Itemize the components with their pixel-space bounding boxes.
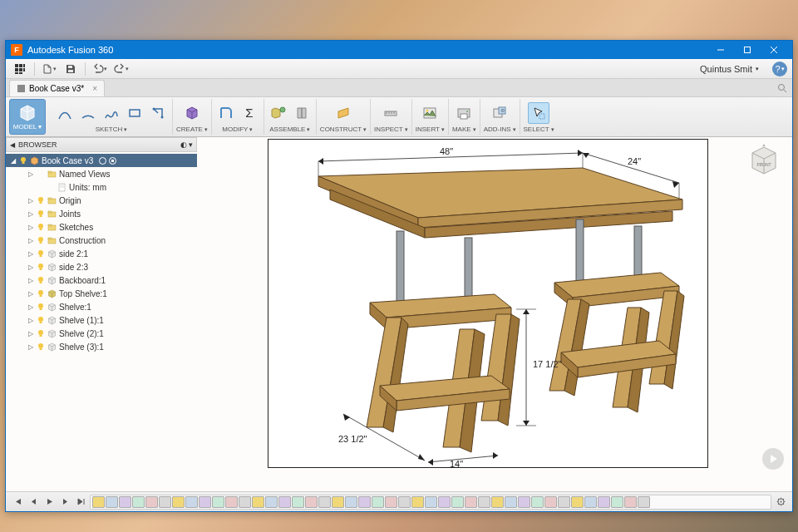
- ribbon-group-label[interactable]: MAKE▾: [452, 126, 476, 133]
- spline-button[interactable]: [101, 102, 122, 124]
- ribbon-group-label[interactable]: INSPECT▾: [374, 126, 408, 133]
- ribbon-group-label[interactable]: ASSEMBLE▾: [269, 126, 310, 133]
- twist-icon[interactable]: ▷: [27, 264, 34, 271]
- sigma-button[interactable]: Σ: [239, 102, 260, 124]
- tab-close-button[interactable]: ×: [92, 84, 97, 93]
- tree-item[interactable]: ▷Top Shelve:1: [6, 287, 197, 300]
- activate-radio[interactable]: [109, 157, 116, 165]
- bulb-icon[interactable]: [37, 303, 45, 311]
- timeline-feature[interactable]: [638, 496, 650, 508]
- tree-item[interactable]: ▷Backboard:1: [6, 273, 197, 287]
- timeline-end-button[interactable]: [74, 495, 87, 509]
- bulb-icon[interactable]: [37, 249, 45, 258]
- data-panel-button[interactable]: [11, 61, 29, 77]
- twist-icon[interactable]: ▷: [27, 224, 34, 231]
- twist-icon[interactable]: ▷: [27, 317, 34, 324]
- timeline-feature[interactable]: [212, 496, 224, 508]
- timeline-feature[interactable]: [239, 496, 251, 508]
- twist-icon[interactable]: ▷: [27, 250, 34, 258]
- timeline-feature[interactable]: [398, 496, 411, 508]
- timeline-feature[interactable]: [598, 496, 610, 508]
- line-button[interactable]: [54, 102, 76, 124]
- twist-icon[interactable]: ▷: [27, 210, 34, 218]
- timeline-feature[interactable]: [225, 496, 238, 508]
- timeline-feature[interactable]: [119, 496, 131, 508]
- asm2-button[interactable]: [291, 102, 313, 124]
- timeline-feature[interactable]: [438, 496, 451, 508]
- asm1-button[interactable]: [268, 102, 289, 124]
- timeline-feature[interactable]: [199, 496, 211, 508]
- ribbon-group-label[interactable]: INSERT▾: [416, 126, 445, 133]
- select-button[interactable]: [528, 102, 549, 124]
- timeline-feature[interactable]: [505, 496, 517, 508]
- timeline-feature[interactable]: [159, 496, 171, 508]
- timeline-feature[interactable]: [185, 496, 198, 508]
- extrude-button[interactable]: [181, 102, 203, 124]
- bulb-icon[interactable]: [37, 263, 45, 271]
- bulb-icon[interactable]: [37, 276, 45, 284]
- timeline-feature[interactable]: [531, 496, 544, 508]
- file-menu-button[interactable]: ▾: [40, 61, 58, 77]
- timeline-feature[interactable]: [92, 496, 105, 508]
- twist-icon[interactable]: ▷: [27, 330, 34, 337]
- timeline-feature[interactable]: [132, 496, 145, 508]
- timeline-feature[interactable]: [265, 496, 278, 508]
- timeline-settings-button[interactable]: [774, 495, 787, 509]
- image-button[interactable]: [419, 102, 441, 124]
- bulb-icon[interactable]: [37, 329, 45, 337]
- bulb-icon[interactable]: [37, 316, 45, 324]
- model-viewport[interactable]: 48" 24" 17 1/2" 23 1/2" 14": [268, 139, 708, 468]
- tree-item[interactable]: ▷Shelve:1: [6, 300, 197, 313]
- arc-button[interactable]: [77, 102, 99, 124]
- twist-icon[interactable]: ▷: [27, 343, 34, 351]
- timeline-next-button[interactable]: [58, 495, 71, 509]
- timeline-feature[interactable]: [491, 496, 504, 508]
- help-button[interactable]: ?▾: [772, 62, 787, 76]
- ribbon-group-label[interactable]: SELECT▾: [524, 126, 554, 133]
- tree-item[interactable]: ▷side 2:3: [6, 260, 197, 273]
- rect-button[interactable]: [124, 102, 145, 124]
- ribbon-group-label[interactable]: SKETCH▾: [96, 126, 127, 133]
- timeline-feature[interactable]: [332, 496, 344, 508]
- workspace-switcher[interactable]: MODEL ▾: [9, 99, 46, 135]
- tree-item[interactable]: ▷side 2:1: [6, 247, 197, 260]
- fillet-button[interactable]: [215, 102, 237, 124]
- circle-button[interactable]: [147, 102, 169, 124]
- timeline-start-button[interactable]: [11, 495, 24, 509]
- redo-button[interactable]: ▾: [112, 61, 131, 77]
- timeline-feature[interactable]: [571, 496, 584, 508]
- view-cube[interactable]: FRONT: [746, 142, 782, 179]
- timeline-feature[interactable]: [278, 496, 291, 508]
- tree-item[interactable]: ▷Shelve (1):1: [6, 313, 197, 327]
- browser-gear-icon[interactable]: ◐: [180, 140, 187, 149]
- twist-icon[interactable]: ▷: [27, 277, 34, 284]
- twist-icon[interactable]: ▷: [27, 170, 34, 178]
- twist-icon[interactable]: ▷: [27, 290, 34, 298]
- timeline-feature[interactable]: [544, 496, 557, 508]
- addins-button[interactable]: ⚙: [489, 102, 510, 124]
- timeline-feature[interactable]: [624, 496, 637, 508]
- tree-item[interactable]: ▷Sketches: [6, 220, 197, 234]
- bulb-icon[interactable]: [37, 289, 45, 298]
- tree-item[interactable]: ▷Joints: [6, 207, 197, 220]
- ribbon-group-label[interactable]: CREATE▾: [176, 126, 208, 133]
- activate-radio[interactable]: [99, 157, 106, 165]
- user-menu[interactable]: Quintus Smit▾: [695, 64, 764, 74]
- timeline-feature[interactable]: [425, 496, 437, 508]
- maximize-button[interactable]: [734, 41, 761, 59]
- tree-item[interactable]: ▷Origin: [6, 194, 197, 207]
- tree-item[interactable]: ▷Named Views: [6, 167, 197, 180]
- timeline-feature[interactable]: [318, 496, 331, 508]
- timeline-feature[interactable]: [558, 496, 570, 508]
- timeline-feature[interactable]: [372, 496, 384, 508]
- ribbon-group-label[interactable]: MODIFY▾: [222, 126, 253, 133]
- timeline-feature[interactable]: [145, 496, 158, 508]
- timeline-feature[interactable]: [478, 496, 490, 508]
- timeline-feature[interactable]: [518, 496, 530, 508]
- print-button[interactable]: [453, 102, 475, 124]
- timeline-feature[interactable]: [611, 496, 623, 508]
- ribbon-group-label[interactable]: ADD-INS▾: [484, 126, 516, 133]
- ribbon-group-label[interactable]: CONSTRUCT▾: [320, 126, 367, 133]
- timeline-prev-button[interactable]: [27, 495, 40, 509]
- bulb-icon[interactable]: [37, 223, 45, 231]
